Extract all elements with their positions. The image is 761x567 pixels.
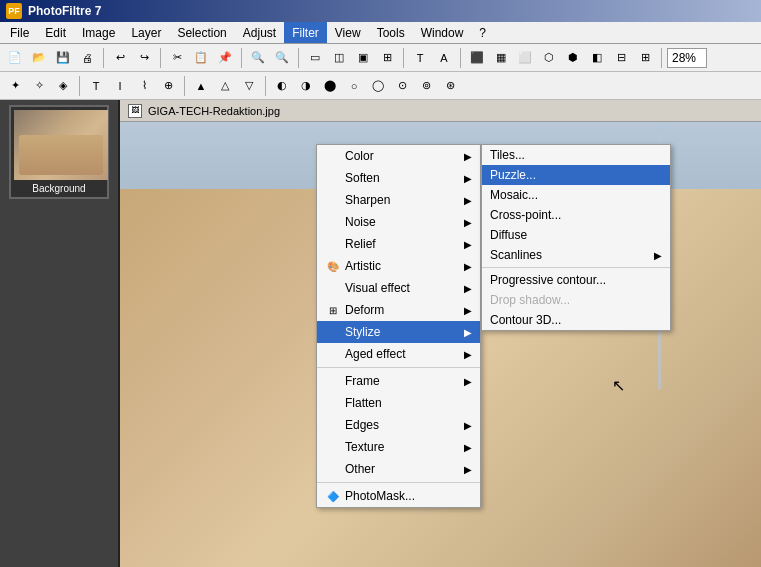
- noise-icon: [325, 214, 341, 230]
- filter-frame[interactable]: Frame ▶: [317, 370, 480, 392]
- tb-print[interactable]: 🖨: [76, 47, 98, 69]
- document-tab[interactable]: 🖼 GIGA-TECH-Redaktion.jpg: [120, 100, 761, 122]
- filter-deform-label: Deform: [345, 303, 456, 317]
- filter-texture[interactable]: Texture ▶: [317, 436, 480, 458]
- tb2-b18[interactable]: ⊛: [439, 75, 461, 97]
- tb2-b14[interactable]: ○: [343, 75, 365, 97]
- tb-b8[interactable]: ▦: [490, 47, 512, 69]
- stylize-contour3d[interactable]: Contour 3D...: [482, 310, 670, 330]
- stylize-puzzle-label: Puzzle...: [490, 168, 662, 182]
- tb-cut[interactable]: ✂: [166, 47, 188, 69]
- tb2-b7[interactable]: ⊕: [157, 75, 179, 97]
- menu-window[interactable]: Window: [413, 22, 472, 43]
- tb-zoom-out[interactable]: 🔍: [271, 47, 293, 69]
- tb2-b8[interactable]: ▲: [190, 75, 212, 97]
- filter-other[interactable]: Other ▶: [317, 458, 480, 480]
- tb2-b3[interactable]: ◈: [52, 75, 74, 97]
- stylize-tiles[interactable]: Tiles...: [482, 145, 670, 165]
- filter-soften[interactable]: Soften ▶: [317, 167, 480, 189]
- arrow-icon: ▶: [654, 250, 662, 261]
- tb2-b12[interactable]: ◑: [295, 75, 317, 97]
- arrow-icon: ▶: [464, 464, 472, 475]
- tb-copy[interactable]: 📋: [190, 47, 212, 69]
- tb-b7[interactable]: ⬛: [466, 47, 488, 69]
- sep5: [403, 48, 404, 68]
- stylize-mosaic[interactable]: Mosaic...: [482, 185, 670, 205]
- tb-b12[interactable]: ◧: [586, 47, 608, 69]
- arrow-icon: ▶: [464, 261, 472, 272]
- stylize-diffuse[interactable]: Diffuse: [482, 225, 670, 245]
- filter-photomask[interactable]: 🔷 PhotoMask...: [317, 485, 480, 507]
- tb-zoom-in[interactable]: 🔍: [247, 47, 269, 69]
- filter-aged[interactable]: Aged effect ▶: [317, 343, 480, 365]
- tb2-b6[interactable]: ⌇: [133, 75, 155, 97]
- filter-visual[interactable]: Visual effect ▶: [317, 277, 480, 299]
- tb2-b4[interactable]: T: [85, 75, 107, 97]
- stylize-progressive-contour[interactable]: Progressive contour...: [482, 270, 670, 290]
- main-area: Background 🖼 GIGA-TECH-Redaktion.jpg Col…: [0, 100, 761, 567]
- filter-flatten[interactable]: Flatten: [317, 392, 480, 414]
- sep10: [265, 76, 266, 96]
- stylize-mosaic-label: Mosaic...: [490, 188, 662, 202]
- tb-b9[interactable]: ⬜: [514, 47, 536, 69]
- tb2-b2[interactable]: ✧: [28, 75, 50, 97]
- tb2-b17[interactable]: ⊚: [415, 75, 437, 97]
- tb2-b10[interactable]: ▽: [238, 75, 260, 97]
- filter-color[interactable]: Color ▶: [317, 145, 480, 167]
- menu-adjust[interactable]: Adjust: [235, 22, 284, 43]
- filter-flatten-label: Flatten: [345, 396, 472, 410]
- filter-edges[interactable]: Edges ▶: [317, 414, 480, 436]
- menu-selection[interactable]: Selection: [169, 22, 234, 43]
- tb2-b5[interactable]: I: [109, 75, 131, 97]
- tb-b13[interactable]: ⊟: [610, 47, 632, 69]
- tb2-b15[interactable]: ◯: [367, 75, 389, 97]
- tb-b11[interactable]: ⬢: [562, 47, 584, 69]
- filmstrip-item[interactable]: Background: [9, 105, 109, 199]
- stylize-puzzle[interactable]: Puzzle...: [482, 165, 670, 185]
- tb-b10[interactable]: ⬡: [538, 47, 560, 69]
- menu-layer[interactable]: Layer: [123, 22, 169, 43]
- stylize-icon: [325, 324, 341, 340]
- tb2-b13[interactable]: ⬤: [319, 75, 341, 97]
- filter-color-label: Color: [345, 149, 456, 163]
- filter-noise[interactable]: Noise ▶: [317, 211, 480, 233]
- filter-artistic[interactable]: 🎨 Artistic ▶: [317, 255, 480, 277]
- tb-undo[interactable]: ↩: [109, 47, 131, 69]
- tb-b5[interactable]: T: [409, 47, 431, 69]
- tb-redo[interactable]: ↪: [133, 47, 155, 69]
- filter-edges-label: Edges: [345, 418, 456, 432]
- stylize-scanlines[interactable]: Scanlines ▶: [482, 245, 670, 265]
- tb-b2[interactable]: ◫: [328, 47, 350, 69]
- filter-deform[interactable]: ⊞ Deform ▶: [317, 299, 480, 321]
- stylize-crosspoint[interactable]: Cross-point...: [482, 205, 670, 225]
- tb-b14[interactable]: ⊞: [634, 47, 656, 69]
- tb2-b16[interactable]: ⊙: [391, 75, 413, 97]
- menu-file[interactable]: File: [2, 22, 37, 43]
- menu-help[interactable]: ?: [471, 22, 494, 43]
- tb-b3[interactable]: ▣: [352, 47, 374, 69]
- menu-image[interactable]: Image: [74, 22, 123, 43]
- app-icon-text: PF: [8, 6, 20, 16]
- artistic-icon: 🎨: [325, 258, 341, 274]
- filter-menu: Color ▶ Soften ▶ Sharpen ▶ Noise ▶ Relie…: [316, 144, 481, 508]
- menu-edit[interactable]: Edit: [37, 22, 74, 43]
- tb-save[interactable]: 💾: [52, 47, 74, 69]
- tb2-b11[interactable]: ◐: [271, 75, 293, 97]
- tb-b4[interactable]: ⊞: [376, 47, 398, 69]
- menu-tools[interactable]: Tools: [369, 22, 413, 43]
- tb2-b9[interactable]: △: [214, 75, 236, 97]
- menu-filter[interactable]: Filter: [284, 22, 327, 43]
- tb-paste[interactable]: 📌: [214, 47, 236, 69]
- filter-stylize[interactable]: Stylize ▶: [317, 321, 480, 343]
- tb2-b1[interactable]: ✦: [4, 75, 26, 97]
- tb-open[interactable]: 📂: [28, 47, 50, 69]
- filmstrip-thumb: [14, 110, 108, 180]
- stylize-drop-shadow: Drop shadow...: [482, 290, 670, 310]
- menu-sep2: [317, 482, 480, 483]
- filter-sharpen[interactable]: Sharpen ▶: [317, 189, 480, 211]
- tb-new[interactable]: 📄: [4, 47, 26, 69]
- menu-view[interactable]: View: [327, 22, 369, 43]
- filter-relief[interactable]: Relief ▶: [317, 233, 480, 255]
- tb-b1[interactable]: ▭: [304, 47, 326, 69]
- tb-b6[interactable]: A: [433, 47, 455, 69]
